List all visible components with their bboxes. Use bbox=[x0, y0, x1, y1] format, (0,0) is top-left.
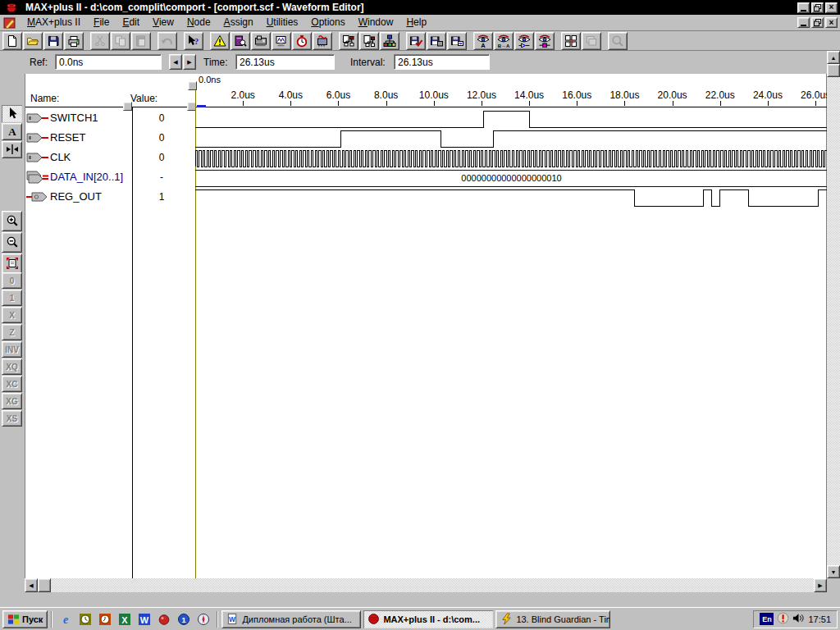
red-ball-icon[interactable] bbox=[156, 611, 172, 628]
ref-prev-button[interactable]: ◀ bbox=[169, 54, 182, 70]
simulator-button[interactable] bbox=[272, 32, 291, 50]
keyboard-layout-indicator[interactable]: En bbox=[760, 613, 774, 625]
time-origin-handle[interactable] bbox=[188, 81, 197, 90]
output-bit-pin-icon bbox=[26, 187, 48, 208]
tile-windows-button[interactable] bbox=[561, 32, 581, 50]
scroll-right-button[interactable]: ▶ bbox=[814, 578, 827, 592]
waveform-canvas[interactable]: 00000000000000000010 bbox=[195, 107, 828, 209]
print-button[interactable] bbox=[64, 32, 84, 50]
interval-input[interactable]: 26.13us bbox=[394, 54, 490, 70]
save-and-simulate-button[interactable] bbox=[447, 32, 467, 50]
scroll-down-button[interactable]: ▼ bbox=[827, 565, 840, 578]
hierarchy-display-icon bbox=[342, 34, 355, 48]
task-label: Дипломная работа (Шта... bbox=[242, 614, 351, 624]
maxplus-app-icon[interactable] bbox=[6, 2, 17, 13]
hscroll-thumb[interactable] bbox=[38, 578, 51, 592]
waveform-editor[interactable]: 0.0ns Name: Value: 2.0us4.0us6.0us8.0us1… bbox=[25, 74, 827, 578]
save-and-check-button[interactable] bbox=[406, 32, 426, 50]
open-button[interactable] bbox=[23, 32, 43, 50]
signal-row-data-in-20-1[interactable]: DATA_IN[20..1]- bbox=[25, 167, 195, 187]
one-blue-icon[interactable]: 1 bbox=[176, 611, 192, 628]
vscroll-thumb[interactable] bbox=[827, 64, 840, 77]
analyze-gate-icon bbox=[518, 34, 531, 48]
menu-options[interactable]: Options bbox=[304, 15, 351, 30]
scroll-left-button[interactable]: ◀ bbox=[25, 578, 38, 592]
analyze-gate-button[interactable] bbox=[514, 32, 534, 50]
timing-analyzer-button[interactable] bbox=[292, 32, 312, 50]
word-icon[interactable]: W bbox=[136, 611, 153, 628]
task-13-blind-guar[interactable]: 13. Blind Guardian - Time ... bbox=[495, 610, 610, 628]
menu-node[interactable]: Node bbox=[180, 15, 217, 30]
child-restore-button[interactable] bbox=[811, 17, 824, 28]
analyze-node-button[interactable] bbox=[535, 32, 555, 50]
hierarchy-top-button[interactable] bbox=[359, 32, 379, 50]
message-processor-button[interactable] bbox=[210, 32, 230, 50]
menu-assign[interactable]: Assign bbox=[217, 15, 260, 30]
signal-row-switch1[interactable]: SWITCH10 bbox=[25, 108, 195, 128]
context-help-button[interactable]: ? bbox=[184, 32, 203, 50]
waveform-edit-tool-button[interactable] bbox=[2, 141, 22, 158]
ruler-tick bbox=[290, 101, 291, 106]
menu-view[interactable]: View bbox=[146, 15, 180, 30]
menu-window[interactable]: Window bbox=[352, 15, 400, 30]
close-button[interactable]: × bbox=[825, 2, 838, 13]
signal-name[interactable]: CLK bbox=[50, 148, 71, 167]
ref-next-button[interactable]: ▶ bbox=[183, 54, 196, 70]
menu-utilities[interactable]: Utilities bbox=[260, 15, 305, 30]
menu-edit[interactable]: Edit bbox=[116, 15, 146, 30]
child-minimize-icon bbox=[801, 25, 806, 26]
analyze-node-ba-button[interactable]: B→A bbox=[494, 32, 514, 50]
zoom-out-tool-button[interactable] bbox=[2, 232, 22, 253]
compass-icon[interactable] bbox=[195, 611, 212, 628]
excel-icon[interactable]: X bbox=[116, 611, 133, 628]
ruler-tick bbox=[673, 101, 673, 106]
task-[interactable]: WДипломная работа (Шта... bbox=[221, 610, 361, 628]
restore-button[interactable] bbox=[811, 2, 824, 13]
analyze-node-icon bbox=[538, 34, 551, 48]
volume-tray-icon[interactable] bbox=[792, 612, 805, 626]
programmer-button[interactable] bbox=[313, 32, 332, 50]
signal-name[interactable]: SWITCH1 bbox=[50, 108, 98, 128]
menu-max-plus-ii[interactable]: MAX+plus II bbox=[21, 15, 87, 30]
hierarchy-color-button[interactable] bbox=[380, 32, 399, 50]
signal-row-reset[interactable]: RESET0 bbox=[25, 128, 195, 148]
menu-file[interactable]: File bbox=[87, 15, 116, 30]
signal-row-reg-out[interactable]: REG_OUT1 bbox=[25, 187, 195, 207]
ungroup-tool-button: XS bbox=[2, 410, 22, 427]
toolbar-group bbox=[2, 32, 84, 50]
clock-olive-icon[interactable] bbox=[77, 611, 94, 628]
zoom-window-icon bbox=[611, 34, 624, 48]
signal-name[interactable]: DATA_IN[20..1] bbox=[50, 167, 123, 187]
signal-name[interactable]: RESET bbox=[50, 128, 85, 148]
clock-orange-icon[interactable] bbox=[97, 611, 113, 628]
alert-tray-icon[interactable] bbox=[777, 612, 789, 626]
child-close-button[interactable]: × bbox=[825, 17, 838, 28]
start-button[interactable]: Пуск bbox=[2, 610, 48, 628]
analyze-node-a-button[interactable]: A bbox=[473, 32, 493, 50]
signal-name[interactable]: REG_OUT bbox=[50, 187, 102, 207]
task-max-plus-ii[interactable]: MAX+plus II - d:\com... bbox=[363, 610, 493, 628]
menu-help[interactable]: Help bbox=[399, 15, 433, 30]
hierarchy-display-button[interactable] bbox=[339, 32, 358, 50]
waveform-document-icon[interactable] bbox=[3, 16, 16, 30]
selection-tool-button[interactable] bbox=[2, 105, 22, 122]
text-tool-button[interactable]: A bbox=[2, 123, 22, 140]
signal-row-clk[interactable]: CLK0 bbox=[25, 148, 195, 167]
time-input[interactable]: 26.13us bbox=[235, 54, 335, 70]
save-and-compile-button[interactable] bbox=[427, 32, 446, 50]
ref-input[interactable]: 0.0ns bbox=[55, 54, 162, 70]
child-minimize-button[interactable] bbox=[797, 17, 810, 28]
fit-in-window-tool-button[interactable] bbox=[2, 253, 22, 274]
signal-value: 0 bbox=[132, 128, 191, 148]
floorplan-editor-button[interactable] bbox=[231, 32, 250, 50]
compiler-button[interactable] bbox=[251, 32, 271, 50]
save-button[interactable] bbox=[43, 32, 63, 50]
zoom-in-tool-button[interactable] bbox=[2, 211, 22, 231]
minimize-button[interactable] bbox=[797, 2, 810, 13]
winamp-icon bbox=[500, 613, 513, 625]
new-button[interactable] bbox=[2, 32, 22, 50]
ruler-tick bbox=[720, 101, 721, 106]
scroll-up-button[interactable]: ▲ bbox=[827, 51, 840, 64]
fit-in-window-tool-icon bbox=[6, 257, 19, 272]
ie-icon[interactable]: e bbox=[57, 611, 74, 628]
